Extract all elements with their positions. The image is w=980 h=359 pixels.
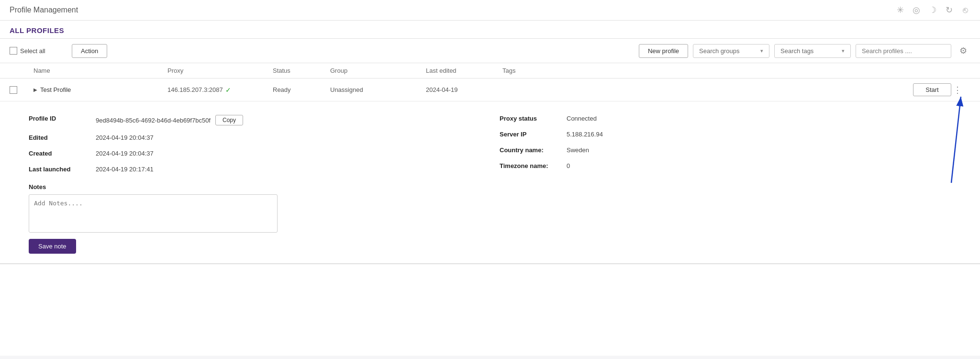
search-tags-dropdown[interactable]: Search tags ▾ <box>774 44 851 58</box>
profile-row: ▶ Test Profile 146.185.207.3:2087 ✓ Read… <box>0 79 980 101</box>
timezone-name-value: 0 <box>567 162 570 169</box>
top-bar: Profile Management ✳ ◎ ☽ ↻ ⎋ <box>0 0 980 21</box>
col-group: Group <box>330 67 426 74</box>
detail-grid: Profile ID 9ed8494b-85c6-4692-b46d-4eb69… <box>29 111 970 254</box>
server-ip-label: Server IP <box>500 131 567 138</box>
notes-label: Notes <box>29 183 500 191</box>
send-icon[interactable]: ◎ <box>911 5 922 15</box>
country-name-label: Country name: <box>500 146 567 154</box>
select-all-container: Select all <box>10 47 67 55</box>
select-all-label[interactable]: Select all <box>20 47 45 55</box>
created-value: 2024-04-19 20:04:37 <box>96 150 154 157</box>
search-tags-label: Search tags <box>780 47 813 55</box>
proxy-status-value: Connected <box>567 115 597 122</box>
rotate-icon[interactable]: ↻ <box>944 5 954 15</box>
search-tags-chevron-icon: ▾ <box>842 48 845 54</box>
country-name-row: Country name: Sweden <box>500 143 970 157</box>
last-edited-cell: 2024-04-19 <box>426 86 502 93</box>
action-button[interactable]: Action <box>72 44 107 58</box>
notes-textarea[interactable] <box>29 194 278 233</box>
toolbar: Select all Action New profile Search gro… <box>0 38 980 63</box>
edited-row: Edited 2024-04-19 20:04:37 <box>29 130 500 145</box>
country-name-value: Sweden <box>567 146 589 154</box>
profile-name-cell: ▶ Test Profile <box>33 86 167 93</box>
copy-button[interactable]: Copy <box>215 115 243 125</box>
section-header: ALL PROFILES <box>0 21 980 38</box>
col-proxy: Proxy <box>167 67 273 74</box>
start-button[interactable]: Start <box>913 83 951 96</box>
timezone-name-label: Timezone name: <box>500 162 567 169</box>
proxy-status-label: Proxy status <box>500 115 567 122</box>
col-name: Name <box>33 67 167 74</box>
select-all-checkbox[interactable] <box>10 47 17 55</box>
detail-left: Profile ID 9ed8494b-85c6-4692-b46d-4eb69… <box>29 111 500 254</box>
top-bar-icons: ✳ ◎ ☽ ↻ ⎋ <box>895 5 970 15</box>
refresh-icon[interactable]: ✳ <box>895 5 905 15</box>
last-launched-label: Last launched <box>29 166 96 173</box>
settings-icon[interactable]: ⚙ <box>956 44 970 58</box>
detail-right: Proxy status Connected Server IP 5.188.2… <box>500 111 970 254</box>
section-title: ALL PROFILES <box>10 26 970 38</box>
profile-id-value: 9ed8494b-85c6-4692-b46d-4eb69f7bc50f <box>96 117 211 124</box>
col-status: Status <box>273 67 330 74</box>
proxy-cell: 146.185.207.3:2087 ✓ <box>167 86 273 94</box>
table-header: Name Proxy Status Group Last edited Tags <box>0 63 980 79</box>
search-groups-label: Search groups <box>699 47 740 55</box>
proxy-address: 146.185.207.3:2087 <box>167 86 223 93</box>
profile-checkbox[interactable] <box>10 86 17 94</box>
col-last-edited: Last edited <box>426 67 502 74</box>
more-options-icon[interactable]: ⋮ <box>951 85 970 95</box>
edited-label: Edited <box>29 134 96 141</box>
last-launched-row: Last launched 2024-04-19 20:17:41 <box>29 162 500 177</box>
created-row: Created 2024-04-19 20:04:37 <box>29 146 500 161</box>
new-profile-button[interactable]: New profile <box>639 44 688 58</box>
col-tags: Tags <box>502 67 932 74</box>
server-ip-row: Server IP 5.188.216.94 <box>500 127 970 142</box>
edited-value: 2024-04-19 20:04:37 <box>96 134 154 141</box>
expand-icon[interactable]: ▶ <box>33 87 37 92</box>
proxy-status-row: Proxy status Connected <box>500 111 970 126</box>
page-section: ALL PROFILES Select all Action New profi… <box>0 21 980 356</box>
save-note-button[interactable]: Save note <box>29 239 76 254</box>
logout-icon[interactable]: ⎋ <box>960 5 970 15</box>
detail-panel: Profile ID 9ed8494b-85c6-4692-b46d-4eb69… <box>0 101 980 264</box>
profile-id-label: Profile ID <box>29 115 96 122</box>
server-ip-value: 5.188.216.94 <box>567 131 603 138</box>
group-cell: Unassigned <box>330 86 426 93</box>
moon-icon[interactable]: ☽ <box>927 5 938 15</box>
profile-name-label: Test Profile <box>40 86 71 93</box>
search-groups-chevron-icon: ▾ <box>760 48 763 54</box>
created-label: Created <box>29 150 96 157</box>
notes-section: Notes Save note <box>29 183 500 254</box>
proxy-ok-icon: ✓ <box>225 86 231 94</box>
profile-id-value-container: 9ed8494b-85c6-4692-b46d-4eb69f7bc50f Cop… <box>96 115 243 125</box>
last-launched-value: 2024-04-19 20:17:41 <box>96 166 154 173</box>
status-cell: Ready <box>273 86 330 93</box>
app-title: Profile Management <box>10 6 78 14</box>
timezone-name-row: Timezone name: 0 <box>500 158 970 173</box>
profile-id-row: Profile ID 9ed8494b-85c6-4692-b46d-4eb69… <box>29 111 500 129</box>
search-profiles-input[interactable] <box>856 44 951 58</box>
search-groups-dropdown[interactable]: Search groups ▾ <box>693 44 769 58</box>
